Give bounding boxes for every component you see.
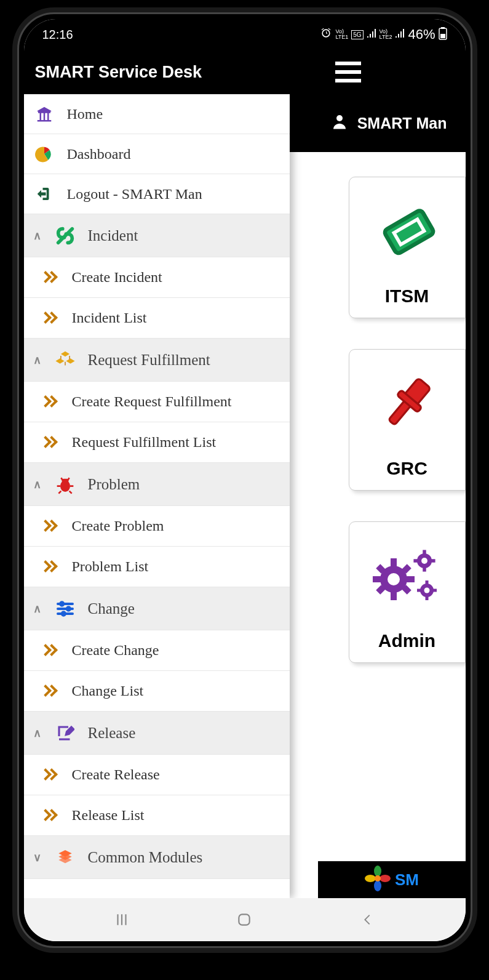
battery-percent: 46%: [408, 26, 435, 42]
module-label: Admin: [378, 630, 435, 651]
sliders-icon: [54, 597, 77, 621]
double-chevron-icon: [41, 312, 58, 324]
double-chevron-icon: [41, 645, 58, 657]
menu-logout[interactable]: Logout - SMART Man: [24, 174, 290, 214]
menu-label: Create Incident: [72, 269, 290, 286]
module-card-admin[interactable]: Admin: [349, 521, 466, 663]
menu-label: Incident: [88, 227, 290, 244]
menu-dashboard[interactable]: Dashboard: [24, 134, 290, 174]
svg-rect-23: [413, 559, 418, 563]
ticket-icon: [349, 177, 465, 286]
gears-icon: [349, 522, 465, 630]
bug-icon: [54, 473, 77, 496]
chevron-up-icon: [33, 355, 42, 365]
svg-rect-27: [425, 580, 428, 584]
svg-rect-48: [239, 914, 250, 925]
nav-back[interactable]: [358, 910, 376, 929]
svg-rect-30: [433, 589, 437, 592]
5g-icon: 5G: [351, 30, 363, 39]
app-footer: SM: [318, 861, 466, 898]
sidebar-menu: Home Dashboard Logout - SMART Man: [24, 94, 290, 898]
app-header: SMART Service Desk: [24, 50, 466, 94]
svg-point-42: [60, 602, 63, 605]
menu-release-list[interactable]: Release List: [24, 795, 290, 836]
status-time: 12:16: [42, 28, 73, 42]
menu-label: Problem: [88, 476, 290, 493]
double-chevron-icon: [41, 769, 58, 781]
svg-rect-13: [373, 576, 381, 582]
double-chevron-icon: [41, 685, 58, 697]
menu-home[interactable]: Home: [24, 94, 290, 134]
user-name: SMART Man: [357, 114, 447, 132]
screen: 12:16 Vo)LTE1 5G Vo)LTE2 46%: [24, 19, 466, 941]
menu-label: Incident List: [72, 310, 290, 326]
volte1-icon: Vo)LTE1: [335, 29, 348, 40]
chevron-up-icon: [33, 604, 42, 614]
status-bar: 12:16 Vo)LTE1 5G Vo)LTE2 46%: [24, 19, 466, 50]
menu-section-change[interactable]: Change: [24, 587, 290, 630]
svg-rect-24: [431, 559, 435, 563]
menu-section-incident[interactable]: Incident: [24, 214, 290, 257]
svg-rect-1: [441, 27, 445, 29]
module-card-grc[interactable]: GRC: [349, 349, 466, 491]
menu-label: Create Change: [72, 642, 290, 659]
menu-label: Logout - SMART Man: [67, 186, 290, 203]
menu-label: Create Request Fulfillment: [72, 393, 290, 410]
svg-rect-4: [383, 209, 434, 254]
double-chevron-icon: [41, 809, 58, 822]
double-chevron-icon: [41, 520, 58, 532]
svg-point-44: [62, 612, 65, 615]
chevron-down-icon: [33, 853, 42, 862]
menu-label: Request Fulfillment List: [72, 434, 290, 451]
nav-home[interactable]: [235, 910, 253, 929]
menu-problem-list[interactable]: Problem List: [24, 547, 290, 587]
svg-rect-2: [440, 34, 445, 38]
menu-label: Change: [88, 600, 290, 617]
chevron-up-icon: [33, 480, 42, 489]
svg-point-26: [424, 588, 429, 593]
svg-rect-28: [425, 596, 428, 600]
logout-icon: [33, 182, 56, 206]
layers-icon: [54, 846, 77, 869]
menu-create-change[interactable]: Create Change: [24, 630, 290, 671]
svg-point-3: [336, 115, 343, 121]
svg-point-32: [374, 880, 381, 891]
svg-point-43: [66, 607, 70, 610]
brand-flower-icon: [364, 865, 391, 894]
menu-label: Request Fulfillment: [88, 351, 290, 369]
menu-section-problem[interactable]: Problem: [24, 463, 290, 506]
app-title: SMART Service Desk: [35, 63, 202, 82]
menu-section-common[interactable]: Common Modules: [24, 836, 290, 879]
boxes-icon: [54, 348, 77, 372]
menu-request-list[interactable]: Request Fulfillment List: [24, 422, 290, 463]
menu-change-list[interactable]: Change List: [24, 671, 290, 712]
incident-icon: [54, 224, 77, 247]
svg-rect-38: [62, 478, 68, 483]
svg-point-10: [388, 573, 400, 585]
menu-label: Dashboard: [67, 146, 290, 163]
nav-recents[interactable]: [113, 910, 131, 929]
menu-section-release[interactable]: Release: [24, 712, 290, 755]
menu-label: Problem List: [72, 558, 290, 575]
home-icon: [33, 102, 56, 126]
user-icon: [330, 112, 349, 134]
menu-section-request[interactable]: Request Fulfillment: [24, 339, 290, 382]
svg-rect-22: [423, 568, 426, 572]
double-chevron-icon: [41, 561, 58, 573]
menu-create-request[interactable]: Create Request Fulfillment: [24, 382, 290, 422]
svg-point-20: [421, 558, 427, 564]
menu-create-release[interactable]: Create Release: [24, 755, 290, 795]
menu-label: Home: [67, 106, 290, 122]
double-chevron-icon: [41, 396, 58, 408]
menu-create-problem[interactable]: Create Problem: [24, 506, 290, 547]
menu-label: Create Release: [72, 766, 290, 783]
chevron-up-icon: [33, 728, 42, 738]
svg-rect-21: [423, 550, 426, 554]
svg-rect-29: [417, 589, 421, 592]
menu-create-incident[interactable]: Create Incident: [24, 257, 290, 298]
edit-icon: [54, 721, 77, 745]
menu-toggle-icon[interactable]: [335, 62, 361, 82]
module-card-itsm[interactable]: ITSM: [349, 177, 466, 318]
signal-icon: [367, 28, 376, 41]
menu-incident-list[interactable]: Incident List: [24, 298, 290, 339]
